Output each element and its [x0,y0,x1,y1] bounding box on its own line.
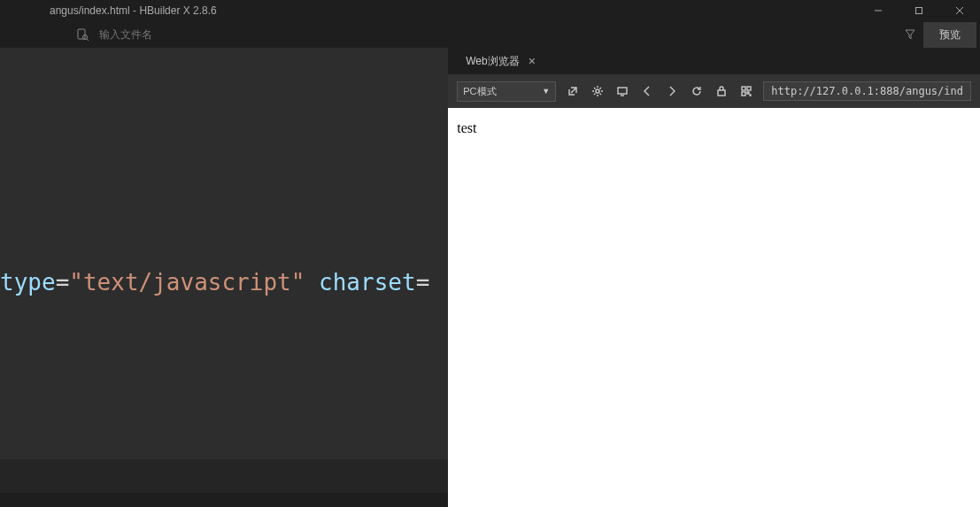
browser-tabs: Web浏览器 × [448,48,980,74]
editor-status-strip [0,459,448,493]
svg-rect-4 [78,29,85,39]
forward-icon[interactable] [664,85,680,97]
lock-icon[interactable] [714,85,729,97]
svg-rect-16 [750,95,751,96]
code-attr: type [0,269,56,296]
titlebar: angus/index.html - HBuilder X 2.8.6 [0,0,980,21]
tab-web-browser[interactable]: Web浏览器 × [457,49,544,74]
url-input[interactable]: http://127.0.0.1:888/angus/ind [763,81,971,101]
svg-marker-7 [906,30,914,39]
svg-rect-15 [747,92,749,94]
maximize-button[interactable] [899,0,939,21]
mode-select-label: PC模式 [463,85,496,98]
open-external-icon[interactable] [565,85,581,97]
code-editor[interactable]: type="text/javascript" charset= [0,48,448,459]
browser-viewport: test [448,108,980,507]
editor-pane: type="text/javascript" charset= [0,48,448,507]
filter-icon[interactable] [897,21,923,48]
back-icon[interactable] [639,85,655,97]
browser-pane: Web浏览器 × PC模式 ▼ http://127.0.0.1:888/ang… [448,48,980,507]
code-eq: = [56,269,70,296]
svg-rect-1 [916,8,922,14]
svg-rect-14 [742,92,745,96]
code-attr: charset [319,269,416,296]
close-icon[interactable]: × [529,54,536,68]
code-eq: = [416,269,430,296]
device-icon[interactable] [614,85,630,97]
svg-rect-13 [747,87,751,90]
tab-label: Web浏览器 [466,54,519,69]
code-string: "text/javascript" [69,269,305,296]
window-title: angus/index.html - HBuilder X 2.8.6 [50,4,217,17]
minimize-button[interactable] [858,0,899,21]
close-button[interactable] [939,0,980,21]
chevron-down-icon: ▼ [542,87,550,96]
window-controls [858,0,980,21]
svg-rect-9 [618,88,627,94]
mode-select[interactable]: PC模式 ▼ [457,81,556,102]
svg-rect-11 [718,90,725,96]
refresh-icon[interactable] [689,85,705,97]
qr-icon[interactable] [738,85,754,97]
svg-line-6 [87,39,89,41]
search-file-icon[interactable] [76,28,89,41]
browser-toolbar: PC模式 ▼ http://127.0.0.1:888/angus/ind [448,74,980,108]
page-text: test [457,120,476,135]
gear-icon[interactable] [590,85,606,97]
svg-point-8 [596,89,599,93]
file-search-input[interactable] [99,28,276,41]
toolbar: 预览 [0,21,980,48]
svg-rect-12 [742,87,745,90]
preview-button[interactable]: 预览 [923,22,976,48]
